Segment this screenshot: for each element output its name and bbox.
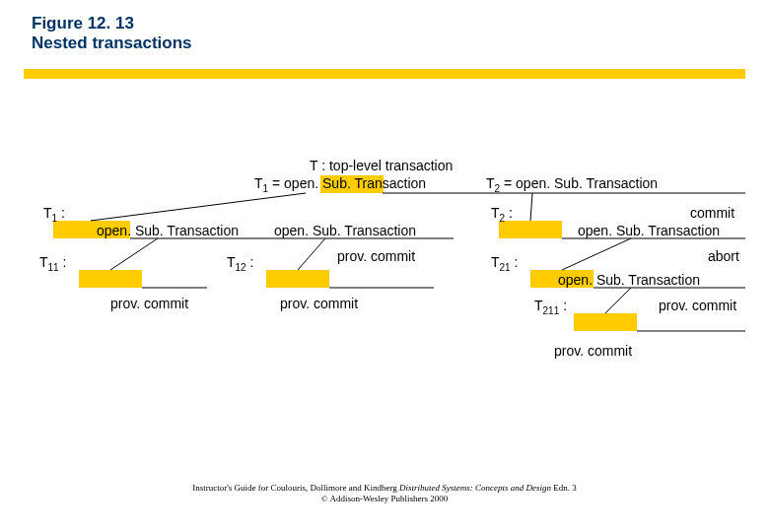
- label-prov-commit-tr: prov. commit: [337, 248, 415, 264]
- label-t12: T12 :: [227, 254, 253, 273]
- label-abort: abort: [708, 248, 739, 264]
- footer-copyright: © Addison-Wesley Publishers 2000: [0, 494, 769, 504]
- nested-transactions-diagram: T : top-level transaction T1 = open. Sub…: [0, 0, 769, 532]
- box-t211: [574, 313, 637, 331]
- label-prov-commit-bl: prov. commit: [110, 296, 188, 311]
- label-top-level: T : top-level transaction: [310, 158, 453, 173]
- svg-line-7: [562, 238, 631, 270]
- label-opensub-c: open. Sub. Transaction: [578, 223, 720, 238]
- svg-line-2: [530, 193, 532, 221]
- svg-line-11: [605, 288, 631, 313]
- label-t1-eq: T1 = open. Sub. Transaction: [254, 175, 426, 194]
- label-t211: T211 :: [534, 298, 567, 316]
- label-opensub-a: open. Sub. Transaction: [97, 223, 239, 238]
- label-t2: T2 :: [491, 205, 513, 224]
- label-commit: commit: [690, 205, 734, 221]
- label-prov-commit-bm: prov. commit: [280, 296, 358, 311]
- box-t11: [79, 270, 142, 288]
- label-t21: T21 :: [491, 254, 518, 273]
- box-t12: [266, 270, 329, 288]
- connector-lines: [0, 0, 769, 532]
- footer-text-a: Instructor's Guide for Coulouris, Dollim…: [192, 483, 399, 493]
- label-prov-commit-br: prov. commit: [659, 298, 736, 313]
- svg-line-5: [110, 238, 158, 270]
- footer-text-b: Distributed Systems: Concepts and Design: [399, 483, 551, 493]
- label-opensub-b: open. Sub. Transaction: [274, 223, 416, 238]
- label-t11: T11 :: [39, 254, 66, 273]
- svg-line-1: [91, 193, 306, 221]
- label-prov-commit-bottom: prov. commit: [554, 343, 632, 359]
- svg-line-6: [298, 238, 325, 270]
- label-t2-eq: T2 = open. Sub. Transaction: [486, 175, 658, 194]
- label-opensub-d: open. Sub. Transaction: [558, 272, 700, 288]
- slide-footer: Instructor's Guide for Coulouris, Dollim…: [0, 483, 769, 504]
- footer-text-c: Edn. 3: [551, 483, 577, 493]
- label-t1: T1 :: [43, 205, 65, 224]
